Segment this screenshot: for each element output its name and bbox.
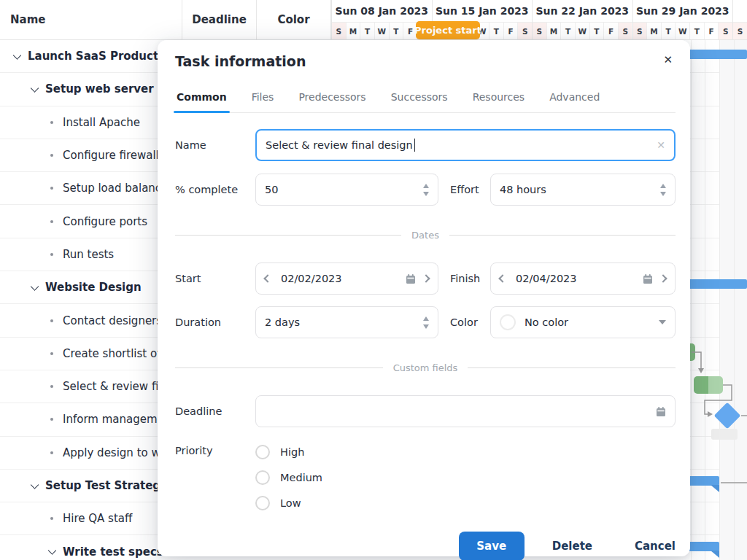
tab-common[interactable]: Common bbox=[175, 84, 228, 112]
priority-option-low[interactable]: Low bbox=[255, 490, 676, 516]
week-label: Sun 15 Jan 2023 bbox=[433, 0, 533, 22]
effort-input[interactable]: 48 hours bbox=[490, 174, 676, 206]
percent-complete-input[interactable]: 50 bbox=[255, 174, 438, 206]
task-label: Install Apache bbox=[63, 116, 140, 129]
save-button[interactable]: Save bbox=[459, 532, 525, 560]
chevron-down-icon[interactable] bbox=[6, 53, 28, 60]
chevron-down-icon[interactable] bbox=[41, 548, 63, 555]
day-letter-cell: W bbox=[675, 23, 689, 39]
effort-label: Effort bbox=[438, 184, 490, 195]
name-input[interactable]: Select & review final design ✕ bbox=[255, 129, 676, 161]
task-label: Setup load balancer bbox=[63, 182, 172, 195]
priority-option-high[interactable]: High bbox=[255, 439, 676, 464]
chevron-right-icon[interactable] bbox=[422, 274, 430, 282]
day-letter-cell: S bbox=[332, 23, 346, 39]
column-header-color[interactable]: Color bbox=[257, 0, 331, 39]
custom-fields-divider: Custom fields bbox=[175, 362, 676, 373]
bullet-icon bbox=[41, 121, 63, 124]
timeline-week: S bbox=[732, 0, 747, 39]
radio-icon[interactable] bbox=[255, 470, 270, 485]
week-label bbox=[733, 0, 747, 22]
spin-up-icon[interactable] bbox=[660, 184, 666, 188]
tab-successors[interactable]: Successors bbox=[390, 84, 449, 112]
day-letter-cell: T bbox=[661, 23, 676, 39]
priority-option-label: Medium bbox=[280, 472, 322, 483]
chevron-right-icon[interactable] bbox=[659, 274, 667, 282]
day-letter-cell: S bbox=[618, 23, 632, 39]
column-header-deadline[interactable]: Deadline bbox=[182, 0, 257, 39]
chevron-down-icon[interactable] bbox=[23, 86, 45, 93]
text-caret bbox=[414, 139, 416, 152]
duration-input[interactable]: 2 days bbox=[255, 306, 438, 338]
finish-date-value: 02/04/2023 bbox=[516, 273, 577, 284]
tab-files[interactable]: Files bbox=[250, 84, 276, 112]
bullet-icon bbox=[41, 451, 63, 454]
day-letter-cell: F bbox=[503, 23, 518, 39]
dialog-title: Task information bbox=[175, 53, 306, 69]
project-start-label: Project start bbox=[416, 21, 480, 39]
spin-down-icon[interactable] bbox=[423, 192, 429, 196]
tab-advanced[interactable]: Advanced bbox=[548, 84, 601, 112]
day-letter-cell: T bbox=[689, 23, 704, 39]
tab-predecessors[interactable]: Predecessors bbox=[297, 84, 367, 112]
task-label: Contact designers bbox=[63, 314, 162, 327]
calendar-icon[interactable] bbox=[406, 273, 416, 284]
priority-option-medium[interactable]: Medium bbox=[255, 464, 676, 490]
chevron-down-icon[interactable] bbox=[23, 483, 45, 489]
week-label: Sun 29 Jan 2023 bbox=[633, 0, 733, 22]
day-letter-cell: M bbox=[346, 23, 360, 39]
radio-icon[interactable] bbox=[255, 445, 270, 459]
start-date-input[interactable]: 02/02/2023 bbox=[255, 262, 438, 295]
task-label: Website Design bbox=[45, 281, 142, 294]
task-label: Setup Test Strategy bbox=[45, 479, 168, 492]
bullet-icon bbox=[41, 385, 63, 388]
radio-icon[interactable] bbox=[255, 496, 270, 510]
spin-down-icon[interactable] bbox=[423, 324, 429, 329]
close-icon[interactable]: ✕ bbox=[660, 53, 676, 67]
chevron-left-icon[interactable] bbox=[263, 274, 271, 282]
column-header-name[interactable]: Name bbox=[0, 0, 182, 39]
timeline-week: Sun 22 Jan 2023SMTWTFS bbox=[532, 0, 632, 39]
delete-button[interactable]: Delete bbox=[552, 540, 592, 553]
start-date-value: 02/02/2023 bbox=[281, 273, 342, 284]
name-value: Select & review final design bbox=[266, 139, 413, 151]
task-label: Setup web server bbox=[45, 82, 154, 96]
spin-down-icon[interactable] bbox=[660, 192, 666, 196]
day-letter-row: S bbox=[733, 22, 747, 39]
color-swatch-icon bbox=[500, 314, 516, 330]
clear-icon[interactable]: ✕ bbox=[657, 139, 665, 151]
day-letter-cell: T bbox=[589, 23, 604, 39]
day-letter-cell: M bbox=[546, 23, 561, 39]
effort-value: 48 hours bbox=[500, 184, 546, 195]
chevron-down-icon[interactable] bbox=[23, 284, 45, 291]
chevron-left-icon[interactable] bbox=[498, 274, 506, 282]
calendar-icon[interactable] bbox=[643, 273, 653, 284]
task-label: Launch SaaS Product bbox=[28, 50, 158, 63]
dates-divider-label: Dates bbox=[401, 230, 449, 241]
spinner-arrows[interactable] bbox=[423, 184, 429, 196]
chevron-down-icon[interactable] bbox=[659, 320, 666, 324]
spin-up-icon[interactable] bbox=[423, 184, 429, 188]
spinner-arrows[interactable] bbox=[423, 316, 429, 329]
spinner-arrows[interactable] bbox=[660, 184, 666, 196]
bullet-icon bbox=[41, 187, 63, 190]
bullet-icon bbox=[41, 517, 63, 520]
day-letter-cell: W bbox=[374, 23, 389, 39]
week-label: Sun 22 Jan 2023 bbox=[533, 0, 632, 22]
deadline-input[interactable] bbox=[255, 395, 676, 427]
priority-radio-group: HighMediumLow bbox=[255, 439, 676, 516]
spin-up-icon[interactable] bbox=[423, 316, 429, 321]
color-dropdown[interactable]: No color bbox=[490, 306, 676, 338]
task-label: Configure ports bbox=[63, 215, 147, 228]
custom-fields-divider-label: Custom fields bbox=[383, 362, 468, 373]
day-letter-row: SMTWTFS bbox=[533, 22, 632, 39]
finish-date-input[interactable]: 02/04/2023 bbox=[490, 262, 676, 295]
day-letter-row: SMTWTFS bbox=[633, 22, 733, 39]
day-letter-cell: T bbox=[489, 23, 503, 39]
tab-resources[interactable]: Resources bbox=[471, 84, 527, 112]
day-letter-cell: S bbox=[718, 23, 732, 39]
priority-option-label: Low bbox=[280, 497, 301, 509]
calendar-icon[interactable] bbox=[656, 406, 666, 417]
cancel-button[interactable]: Cancel bbox=[635, 540, 676, 553]
start-label: Start bbox=[175, 273, 255, 284]
